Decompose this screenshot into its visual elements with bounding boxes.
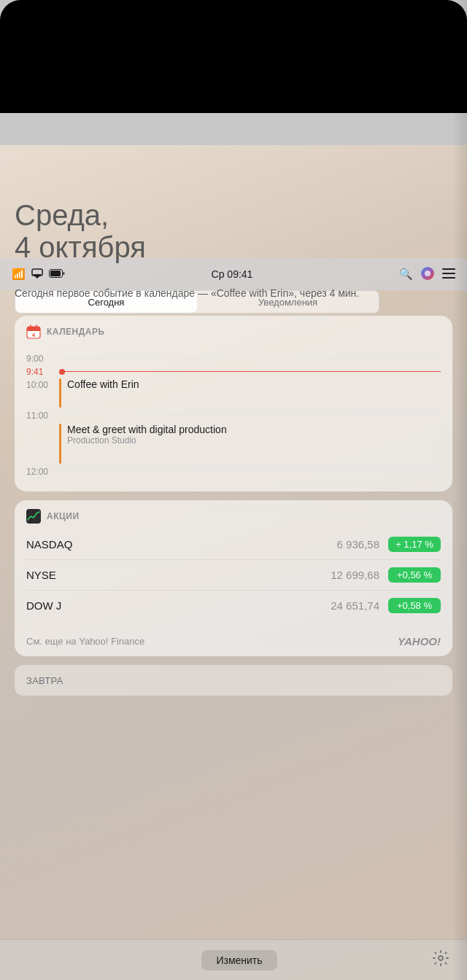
time-divider-11: 11:00 [26,411,441,421]
top-bar [0,0,467,113]
tomorrow-label: ЗАВТРА [26,675,63,686]
yahoo-footer: См. еще на Yahoo! Finance YAHOO! [15,629,452,656]
svg-rect-15 [26,509,41,524]
calendar-widget-header: 4 КАЛЕНДАРЬ [15,316,452,345]
divider-line-11 [59,415,441,416]
stock-dowj-name: DOW J [26,599,331,612]
device-frame: 📶 Ср 09:41 [0,0,467,980]
stocks-widget[interactable]: АКЦИИ NASDAQ 6 936,58 + 1,17 % NYSE 12 6… [15,500,452,656]
stock-dowj-change: +0,58 % [388,598,441,613]
event-coffee-content: Coffee with Erin [67,378,441,390]
stock-row-nasdaq[interactable]: NASDAQ 6 936,58 + 1,17 % [26,529,441,560]
calendar-widget[interactable]: 4 КАЛЕНДАРЬ 9:00 9:41 [15,316,452,491]
current-time-line [62,371,441,373]
stock-nyse-name: NYSE [26,569,331,581]
event-meetgreet-bar [59,424,61,464]
current-time-label: 9:41 [26,367,59,377]
event-coffee[interactable]: 10:00 Coffee with Erin [26,378,441,408]
calendar-widget-title: КАЛЕНДАРЬ [47,327,105,337]
date-day: 4 октября [15,231,452,263]
current-time-indicator: 9:41 [26,367,441,377]
time-label-11: 11:00 [26,411,59,421]
divider-line-12 [59,471,441,472]
scroll-area: Среда, 4 октября Сегодня первое событие … [0,177,467,980]
calendar-body: 9:00 9:41 10:00 Coffee with E [15,345,452,491]
svg-rect-11 [27,330,40,331]
stock-nasdaq-change: + 1,17 % [388,537,441,552]
stock-dowj-value: 24 651,74 [331,599,379,612]
time-divider-9: 9:00 [26,354,441,364]
bottom-bar: Изменить [0,939,467,980]
event-meetgreet-content: Meet & greet with digital production Pro… [67,424,441,446]
event-meetgreet[interactable]: Meet & greet with digital production Pro… [26,424,441,464]
event-meetgreet-subtitle: Production Studio [67,435,441,446]
stock-nasdaq-name: NASDAQ [26,538,337,551]
date-header: Среда, 4 октября [15,177,452,278]
stock-row-nyse[interactable]: NYSE 12 699,68 +0,56 % [26,560,441,591]
yahoo-logo: YAHOO! [398,635,441,648]
time-label-12: 12:00 [26,467,59,477]
stock-row-dowj[interactable]: DOW J 24 651,74 +0,58 % [26,591,441,621]
settings-icon[interactable] [432,949,449,971]
stock-nasdaq-value: 6 936,58 [337,538,379,551]
stocks-icon [26,509,41,524]
edit-button[interactable]: Изменить [201,950,277,971]
event-meetgreet-time [26,424,59,425]
stocks-widget-header: АКЦИИ [15,500,452,529]
notification-text: Сегодня первое событие в календаре — «Co… [15,287,452,301]
event-coffee-title: Coffee with Erin [67,378,441,390]
calendar-icon: 4 [26,324,41,339]
svg-point-16 [439,956,443,960]
time-divider-12: 12:00 [26,467,441,477]
event-coffee-time: 10:00 [26,378,59,390]
event-coffee-bar [59,378,61,408]
stocks-body: NASDAQ 6 936,58 + 1,17 % NYSE 12 699,68 … [15,529,452,629]
tomorrow-section: ЗАВТРА [15,665,452,696]
svg-text:4: 4 [32,332,36,338]
stocks-widget-title: АКЦИИ [47,511,80,521]
device-right-edge [452,0,467,980]
stock-nyse-value: 12 699,68 [331,569,379,581]
date-weekday: Среда, [15,199,452,231]
main-content: 📶 Ср 09:41 [0,145,467,980]
event-meetgreet-title: Meet & greet with digital production [67,424,441,435]
time-label-9: 9:00 [26,354,59,364]
yahoo-link[interactable]: См. еще на Yahoo! Finance [26,636,144,647]
stock-nyse-change: +0,56 % [388,567,441,583]
divider-line-9 [59,358,441,359]
